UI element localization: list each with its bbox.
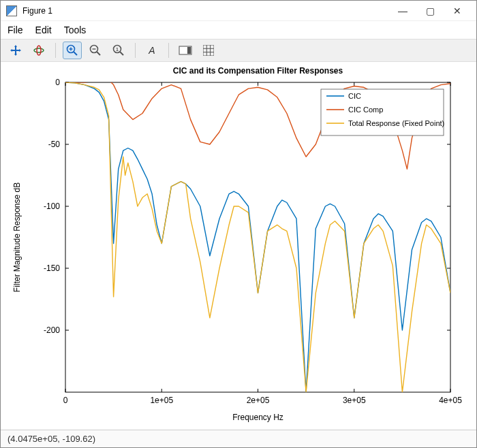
svg-text:A: A (148, 45, 155, 56)
close-button[interactable]: ✕ (444, 1, 471, 20)
svg-rect-15 (187, 47, 191, 54)
maximize-button[interactable]: ▢ (416, 1, 444, 20)
rotate-icon (33, 44, 45, 57)
menu-edit[interactable]: Edit (35, 25, 52, 35)
app-icon (6, 5, 17, 16)
svg-point-1 (37, 46, 41, 55)
svg-text:CIC: CIC (348, 92, 361, 100)
pan-button[interactable] (6, 42, 25, 59)
toolbar: 1 A (1, 39, 476, 62)
text-icon: A (146, 44, 158, 57)
minimize-button[interactable]: — (389, 1, 416, 20)
svg-text:1: 1 (116, 47, 119, 52)
svg-text:-200: -200 (44, 325, 60, 335)
menubar: File Edit Tools (1, 21, 476, 39)
svg-text:4e+05: 4e+05 (439, 396, 462, 405)
svg-text:2e+05: 2e+05 (247, 396, 270, 405)
svg-rect-14 (180, 47, 187, 54)
svg-text:-50: -50 (48, 140, 61, 149)
zoom-out-button[interactable] (86, 42, 105, 59)
grid-icon (203, 45, 214, 56)
titlebar: Figure 1 — ▢ ✕ (1, 1, 476, 21)
chart-svg: 01e+052e+053e+054e+05-200-150-100-500CIC… (1, 62, 477, 430)
svg-text:Frequency Hz: Frequency Hz (232, 413, 283, 422)
svg-point-0 (34, 48, 44, 52)
menu-tools[interactable]: Tools (64, 25, 87, 35)
svg-text:3e+05: 3e+05 (343, 396, 366, 405)
colorbar-icon (179, 46, 192, 55)
svg-line-3 (74, 52, 77, 55)
svg-text:-100: -100 (44, 202, 60, 211)
zoom-reset-button[interactable]: 1 (109, 42, 128, 59)
zoom-out-icon (89, 44, 102, 57)
svg-text:CIC Comp: CIC Comp (348, 106, 383, 114)
text-button[interactable]: A (142, 42, 161, 59)
zoom-in-icon (65, 44, 79, 57)
pan-icon (10, 44, 22, 57)
window-title: Figure 1 (22, 6, 52, 16)
plot-area[interactable]: 01e+052e+053e+054e+05-200-150-100-500CIC… (1, 62, 476, 430)
zoom-reset-icon: 1 (112, 44, 125, 57)
zoom-in-button[interactable] (63, 42, 82, 59)
svg-text:1e+05: 1e+05 (150, 396, 173, 405)
menu-file[interactable]: File (7, 25, 23, 35)
svg-text:0: 0 (55, 78, 60, 87)
statusbar: (4.0475e+05, -109.62) (1, 430, 476, 447)
svg-text:Filter Magnitude Response dB: Filter Magnitude Response dB (12, 182, 22, 292)
status-coords: (4.0475e+05, -109.62) (7, 434, 95, 444)
svg-line-7 (97, 52, 100, 55)
grid-button[interactable] (199, 42, 218, 59)
svg-text:-150: -150 (44, 263, 60, 273)
svg-line-10 (120, 52, 123, 55)
svg-text:0: 0 (63, 396, 68, 405)
colorbar-button[interactable] (176, 42, 195, 59)
svg-text:Total Response (Fixed Point): Total Response (Fixed Point) (348, 119, 444, 127)
rotate-button[interactable] (29, 42, 48, 59)
svg-text:CIC and its Compensation Filte: CIC and its Compensation Filter Response… (173, 66, 343, 76)
